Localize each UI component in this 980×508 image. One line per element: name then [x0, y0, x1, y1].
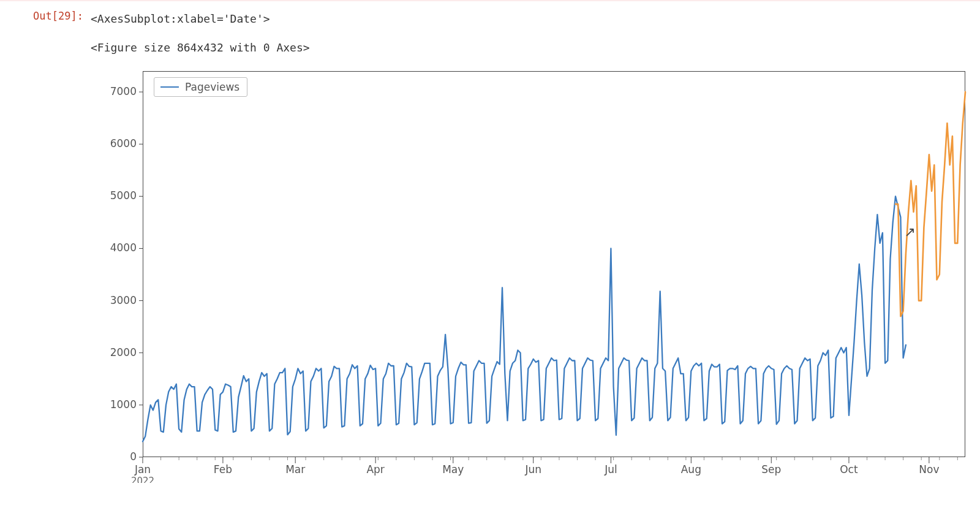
ytick-label: 2000 [100, 346, 137, 358]
xtick-label: Jul [605, 463, 617, 476]
plot-svg [91, 66, 973, 483]
xtick-label: Nov [919, 463, 939, 476]
series-forecast [895, 92, 965, 316]
legend-swatch [160, 86, 179, 88]
legend-entry-label: Pageviews [185, 81, 239, 93]
ytick-label: 3000 [100, 294, 137, 306]
series-pageviews [143, 196, 906, 441]
xtick-label: Jun [525, 463, 541, 476]
xtick-label: Mar [285, 463, 305, 476]
ytick-label: 0 [100, 450, 137, 463]
output-body: <AxesSubplot:xlabel='Date'> <Figure size… [91, 10, 980, 483]
repr-text-figure: <Figure size 864x432 with 0 Axes> [91, 41, 980, 54]
chart-figure: 01000200030004000500060007000JanFebMarAp… [91, 66, 973, 483]
xtick-label: Feb [214, 463, 232, 476]
ytick-label: 5000 [100, 189, 137, 202]
output-row: Out[29]: <AxesSubplot:xlabel='Date'> <Fi… [0, 5, 980, 483]
ytick-label: 6000 [100, 137, 137, 150]
xtick-year-label: 2022 [131, 476, 154, 483]
ytick-label: 7000 [100, 85, 137, 97]
repr-text-axes: <AxesSubplot:xlabel='Date'> [91, 12, 980, 25]
xtick-label: Sep [761, 463, 781, 476]
legend-box: Pageviews [154, 77, 247, 97]
ytick-label: 1000 [100, 398, 137, 411]
xtick-label: Jan [135, 463, 151, 476]
output-prompt: Out[29]: [0, 10, 91, 22]
xtick-label: Apr [366, 463, 384, 476]
xtick-label: Aug [681, 463, 701, 476]
cell-divider [0, 0, 980, 1]
xtick-label: Oct [840, 463, 858, 476]
ytick-label: 4000 [100, 241, 137, 254]
xtick-label: May [442, 463, 464, 476]
